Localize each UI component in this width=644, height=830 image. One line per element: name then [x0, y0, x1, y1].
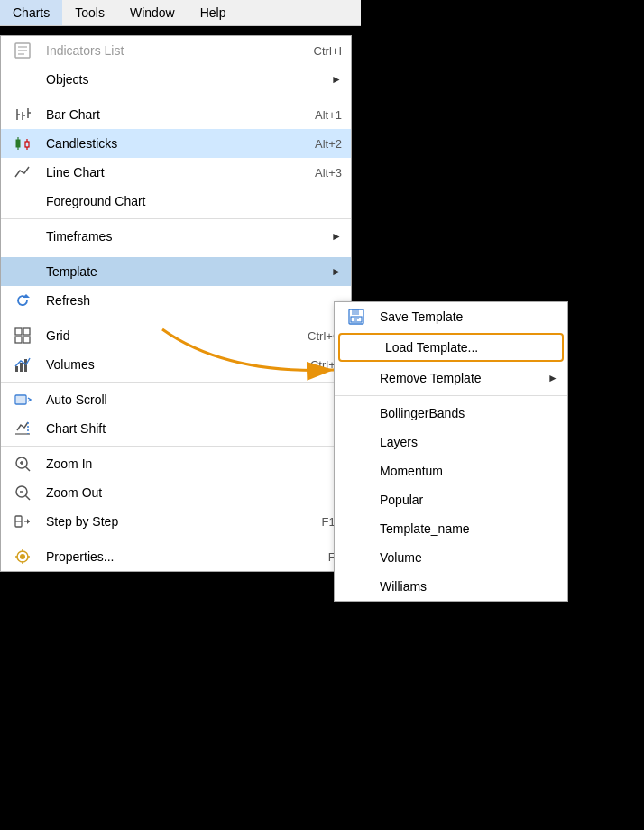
- svg-rect-19: [15, 337, 22, 343]
- svg-point-40: [20, 554, 25, 559]
- objects-arrow-icon: ►: [331, 73, 342, 86]
- submenu-item-template-name[interactable]: Template_name: [335, 514, 567, 543]
- submenu-item-momentum[interactable]: Momentum: [335, 456, 567, 485]
- properties-label: Properties...: [46, 549, 114, 564]
- svg-rect-17: [15, 328, 22, 335]
- menubar-item-help[interactable]: Help: [188, 0, 239, 25]
- objects-label: Objects: [46, 72, 88, 87]
- step-icon: [10, 511, 35, 532]
- separator-4: [1, 318, 351, 318]
- menu-item-refresh[interactable]: Refresh: [1, 286, 351, 315]
- remove-template-arrow-icon: ►: [547, 372, 558, 384]
- line-chart-icon: [10, 161, 35, 183]
- timeframes-label: Timeframes: [46, 229, 112, 244]
- chart-shift-icon: [10, 418, 35, 439]
- menu-item-template[interactable]: Template ►: [1, 257, 351, 286]
- submenu-item-save-template[interactable]: Save Template: [335, 302, 567, 331]
- menu-item-bar-chart[interactable]: Bar Chart Alt+1: [1, 100, 351, 129]
- properties-icon: [10, 546, 35, 567]
- bar-chart-shortcut: Alt+1: [315, 108, 342, 122]
- menubar-item-charts[interactable]: Charts: [0, 0, 62, 25]
- svg-marker-38: [27, 519, 30, 524]
- svg-rect-10: [16, 140, 20, 147]
- svg-rect-22: [20, 363, 23, 372]
- momentum-label: Momentum: [380, 464, 443, 478]
- svg-rect-25: [16, 396, 25, 403]
- volumes-label: Volumes: [46, 357, 95, 372]
- separator-2: [1, 218, 351, 219]
- bar-chart-label: Bar Chart: [46, 107, 100, 122]
- grid-icon: [10, 325, 35, 346]
- line-chart-label: Line Chart: [46, 165, 105, 180]
- zoom-in-label: Zoom In: [46, 456, 92, 471]
- menu-item-grid[interactable]: Grid Ctrl+G: [1, 321, 351, 350]
- volumes-icon: [10, 354, 35, 375]
- menubar-item-tools[interactable]: Tools: [62, 0, 117, 25]
- menu-item-objects[interactable]: Objects ►: [1, 65, 351, 94]
- svg-rect-18: [23, 328, 30, 335]
- menubar-item-window[interactable]: Window: [117, 0, 188, 25]
- menu-item-line-chart[interactable]: Line Chart Alt+3: [1, 158, 351, 187]
- submenu-separator-1: [335, 395, 567, 396]
- submenu-item-remove-template[interactable]: Remove Template ►: [335, 364, 567, 392]
- auto-scroll-label: Auto Scroll: [46, 392, 107, 407]
- refresh-icon: [10, 290, 35, 311]
- separator-3: [1, 254, 351, 254]
- separator-1: [1, 97, 351, 97]
- refresh-label: Refresh: [46, 293, 90, 308]
- popular-label: Popular: [380, 493, 423, 507]
- menu-item-volumes[interactable]: Volumes Ctrl+L: [1, 350, 351, 379]
- auto-scroll-icon: [10, 389, 35, 410]
- zoom-out-label: Zoom Out: [46, 485, 102, 500]
- candlesticks-shortcut: Alt+2: [315, 137, 342, 151]
- line-chart-shortcut: Alt+3: [315, 166, 342, 180]
- menu-item-step-by-step[interactable]: Step by Step F12: [1, 507, 351, 536]
- template-submenu: Save Template Load Template... Remove Te…: [334, 301, 568, 602]
- menu-item-zoom-out[interactable]: Zoom Out -: [1, 478, 351, 507]
- indicators-list-shortcut: Ctrl+I: [314, 44, 342, 58]
- remove-template-label: Remove Template: [380, 371, 482, 385]
- williams-label: Williams: [380, 579, 427, 594]
- submenu-item-bollinger[interactable]: BollingerBands: [335, 399, 567, 428]
- candlesticks-label: Candlesticks: [46, 136, 117, 151]
- svg-line-34: [25, 495, 30, 500]
- submenu-item-volume[interactable]: Volume: [335, 543, 567, 572]
- submenu-item-load-template[interactable]: Load Template...: [338, 333, 564, 362]
- menu-item-zoom-in[interactable]: Zoom In +: [1, 449, 351, 478]
- save-template-label: Save Template: [380, 309, 463, 324]
- zoom-in-icon: [10, 453, 35, 475]
- layers-label: Layers: [380, 435, 418, 449]
- template-label: Template: [46, 264, 97, 279]
- indicators-list-label: Indicators List: [46, 43, 124, 58]
- template-arrow-icon: ►: [331, 265, 342, 278]
- charts-dropdown-menu: Indicators List Ctrl+I Objects ► Bar Cha…: [0, 35, 352, 572]
- menu-item-candlesticks[interactable]: Candlesticks Alt+2: [1, 129, 351, 158]
- load-template-label: Load Template...: [385, 340, 478, 355]
- svg-line-31: [25, 466, 30, 471]
- menu-item-timeframes[interactable]: Timeframes ►: [1, 222, 351, 251]
- svg-rect-47: [351, 317, 362, 322]
- template-name-label: Template_name: [380, 521, 470, 536]
- menu-item-properties[interactable]: Properties... F8: [1, 542, 351, 571]
- svg-rect-20: [23, 337, 30, 343]
- svg-rect-46: [352, 309, 359, 315]
- volume-label: Volume: [380, 550, 422, 565]
- zoom-out-icon: [10, 482, 35, 503]
- submenu-item-popular[interactable]: Popular: [335, 485, 567, 514]
- submenu-item-layers[interactable]: Layers: [335, 428, 567, 456]
- menu-item-chart-shift[interactable]: Chart Shift: [1, 414, 351, 443]
- svg-rect-23: [24, 359, 27, 372]
- svg-rect-13: [25, 142, 29, 147]
- separator-6: [1, 446, 351, 447]
- chart-shift-label: Chart Shift: [46, 421, 106, 436]
- menu-item-auto-scroll[interactable]: Auto Scroll: [1, 385, 351, 414]
- bar-chart-icon: [10, 104, 35, 125]
- candlestick-icon: [10, 133, 35, 154]
- separator-5: [1, 382, 351, 383]
- menu-item-indicators-list[interactable]: Indicators List Ctrl+I: [1, 36, 351, 65]
- menu-item-foreground-chart[interactable]: Foreground Chart: [1, 187, 351, 216]
- submenu-item-williams[interactable]: Williams: [335, 572, 567, 601]
- bollinger-label: BollingerBands: [380, 406, 465, 420]
- separator-7: [1, 539, 351, 540]
- timeframes-arrow-icon: ►: [331, 230, 342, 243]
